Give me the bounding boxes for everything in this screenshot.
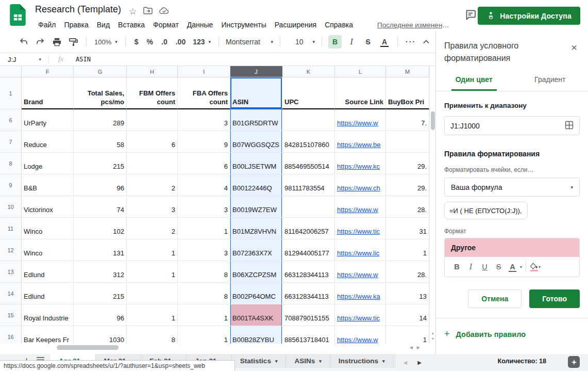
menu-item[interactable]: Вид: [93, 20, 114, 30]
column-header-g[interactable]: G: [74, 66, 127, 77]
name-box[interactable]: J:J ▾: [0, 56, 44, 63]
cell-price[interactable]: [386, 131, 429, 153]
format-bold-button[interactable]: B: [450, 263, 464, 271]
cell-total[interactable]: 131: [74, 239, 127, 261]
cell-asin[interactable]: B072363X7X: [230, 239, 282, 261]
cell-link[interactable]: https://www.ka: [335, 283, 386, 304]
menu-item[interactable]: Вставка: [114, 20, 149, 30]
cell-fbm[interactable]: 2: [127, 218, 178, 239]
cell-price[interactable]: 28.: [386, 196, 429, 218]
cell-link[interactable]: https://www.ch: [335, 174, 386, 196]
column-header-j[interactable]: J: [230, 66, 282, 77]
document-title[interactable]: Research (Template): [35, 4, 121, 15]
undo-icon[interactable]: [17, 35, 30, 49]
cell-fbm[interactable]: [127, 283, 178, 304]
cell-price[interactable]: 7.: [386, 109, 429, 131]
cell-brand[interactable]: Reduce: [22, 131, 74, 153]
add-rule-button[interactable]: + Добавить правило: [436, 318, 588, 350]
formula-input[interactable]: ASIN: [76, 56, 91, 63]
more-toolbar-button[interactable]: ···: [404, 35, 417, 49]
tabs-scroll-right-icon[interactable]: ▶: [417, 360, 422, 365]
cell-asin[interactable]: B00122446Q: [230, 174, 282, 196]
selection-count[interactable]: Количество: 18: [498, 354, 546, 365]
source-link[interactable]: https://www.tic: [337, 314, 380, 322]
cell-brand[interactable]: Victorinox: [22, 196, 74, 218]
vertical-scrollbar[interactable]: ▲ ▼: [429, 66, 435, 344]
menu-item[interactable]: Справка: [321, 20, 357, 30]
source-link[interactable]: https://www.w: [337, 206, 378, 214]
cell-fba[interactable]: 3: [178, 239, 230, 261]
chevron-down-icon[interactable]: ▾: [319, 359, 322, 364]
row-number[interactable]: 14: [0, 283, 22, 304]
cell-fbm[interactable]: 1: [127, 261, 178, 283]
column-header-i[interactable]: I: [178, 66, 230, 77]
cell-fba[interactable]: 3: [178, 196, 230, 218]
format-strikethrough-button[interactable]: S: [492, 263, 506, 271]
condition-select[interactable]: Ваша формула ▾: [444, 178, 580, 197]
format-text-color-button[interactable]: A: [506, 263, 519, 271]
horizontal-scrollbar-thumb[interactable]: [57, 345, 119, 350]
cell-link[interactable]: https://www.kc: [335, 153, 386, 174]
increase-decimals-button[interactable]: .00: [176, 38, 186, 46]
cell-price[interactable]: 29.: [386, 153, 429, 174]
source-link[interactable]: https://www.ka: [337, 293, 380, 300]
column-header-h[interactable]: H: [127, 66, 178, 77]
print-icon[interactable]: [50, 35, 63, 49]
cell-total[interactable]: 215: [74, 153, 127, 174]
cell-price[interactable]: 13: [386, 283, 429, 304]
menu-item[interactable]: Расширения: [271, 20, 321, 30]
menu-item[interactable]: Данные: [183, 20, 217, 30]
cell-fbm[interactable]: [127, 153, 178, 174]
cell-price[interactable]: 1: [386, 239, 429, 261]
close-icon[interactable]: ×: [568, 42, 580, 53]
row-number[interactable]: 8: [0, 153, 22, 174]
format-italic-button[interactable]: I: [464, 262, 478, 271]
header-cell-k[interactable]: UPC: [282, 77, 335, 109]
cell-upc[interactable]: 842815107860: [282, 131, 335, 153]
header-cell-j[interactable]: ASIN: [230, 77, 282, 109]
cell-brand[interactable]: Edlund: [22, 261, 74, 283]
cell-upc[interactable]: 663128344113: [282, 261, 335, 283]
header-cell-m[interactable]: BuyBox Pri: [386, 77, 429, 109]
cell-total[interactable]: 102: [74, 218, 127, 239]
source-link[interactable]: https://www.lic: [337, 249, 379, 257]
last-edit-link[interactable]: Последнее изменени…: [377, 21, 449, 29]
share-button[interactable]: Настройки Доступа: [478, 7, 580, 25]
cell-price[interactable]: 28.: [386, 261, 429, 283]
row-number[interactable]: 12: [0, 239, 22, 261]
font-select[interactable]: Montserrat ▾: [226, 38, 273, 46]
cell-total[interactable]: 58: [74, 131, 127, 153]
vertical-scrollbar-thumb[interactable]: [431, 111, 435, 130]
select-range-icon[interactable]: [565, 121, 574, 131]
cancel-button[interactable]: Отмена: [468, 289, 522, 308]
cell-fba[interactable]: 1: [178, 218, 230, 239]
sheet-tab-statistics[interactable]: Statistics▾: [232, 354, 287, 368]
source-link[interactable]: https://www.kc: [337, 163, 380, 170]
source-link[interactable]: https://www.be: [337, 141, 381, 149]
row-number[interactable]: 11: [0, 218, 22, 239]
range-input[interactable]: J1:J1000: [444, 116, 580, 135]
zoom-select[interactable]: 100% ▾: [94, 38, 117, 46]
cell-asin[interactable]: B06XZCPZSM: [230, 261, 282, 283]
italic-button[interactable]: I: [345, 35, 358, 49]
cell-total[interactable]: 96: [74, 304, 127, 326]
cell-asin[interactable]: B07WGGSQZS: [230, 131, 282, 153]
cell-asin[interactable]: B01GR5DRTW: [230, 109, 282, 131]
scroll-left-icon[interactable]: ◀: [410, 345, 417, 350]
menu-item[interactable]: Формат: [149, 20, 183, 30]
scroll-right-icon[interactable]: ▶: [417, 345, 424, 350]
column-header-k[interactable]: K: [282, 66, 335, 77]
header-cell-h[interactable]: FBM Offers count: [127, 77, 178, 109]
cell-upc[interactable]: [282, 196, 335, 218]
select-all-corner[interactable]: [0, 66, 22, 77]
sheet-tab-instructions[interactable]: Instructions▾: [330, 354, 394, 368]
row-number[interactable]: 9: [0, 174, 22, 196]
cell-brand[interactable]: Winco: [22, 218, 74, 239]
cell-brand[interactable]: UrParty: [22, 109, 74, 131]
cell-link[interactable]: https://www.w: [335, 109, 386, 131]
redo-icon[interactable]: [33, 35, 47, 49]
row-number[interactable]: 15: [0, 304, 22, 326]
more-formats-button[interactable]: 123 ▾: [193, 38, 211, 46]
cell-price[interactable]: 14: [386, 304, 429, 326]
menu-item[interactable]: Правка: [60, 20, 92, 30]
